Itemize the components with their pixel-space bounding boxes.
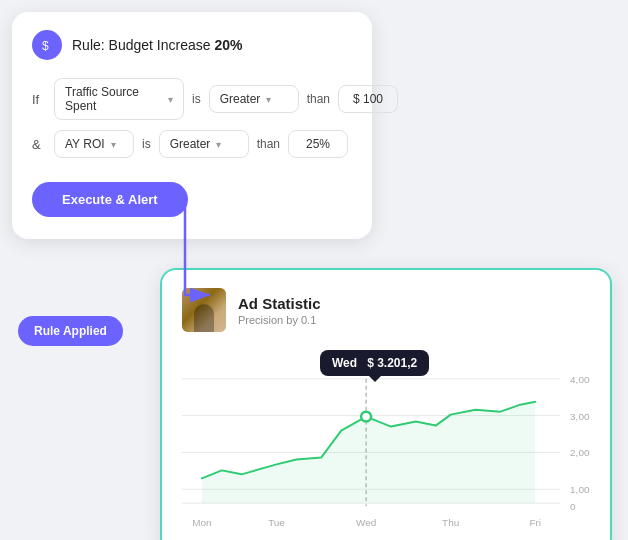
condition1-than: than <box>307 92 330 106</box>
connector-line <box>155 205 215 335</box>
condition1-prefix: If <box>32 92 46 107</box>
ad-statistic-card: Ad Statistic Precision by 0.1 Wed $ 3.20… <box>160 268 612 540</box>
condition-row-1: If Traffic Source Spent ▾ is Greater ▾ t… <box>32 78 352 120</box>
ad-title: Ad Statistic <box>238 295 321 312</box>
condition2-than: than <box>257 137 280 151</box>
comparator2-dropdown[interactable]: Greater ▾ <box>159 130 249 158</box>
svg-text:1,000: 1,000 <box>570 484 590 495</box>
tooltip-value: $ 3.201,2 <box>367 356 417 370</box>
rule-title: Rule: Budget Increase 20% <box>72 37 242 53</box>
svg-text:Mon: Mon <box>192 517 211 528</box>
svg-text:$: $ <box>42 39 49 53</box>
ad-header: Ad Statistic Precision by 0.1 <box>182 288 590 332</box>
rule-value-text: 20% <box>214 37 242 53</box>
chevron-down-icon: ▾ <box>111 139 116 150</box>
svg-text:0: 0 <box>570 501 576 512</box>
tooltip-day: Wed <box>332 356 357 370</box>
comparator2-label: Greater <box>170 137 211 151</box>
rule-icon: $ <box>32 30 62 60</box>
svg-text:2,000: 2,000 <box>570 447 590 458</box>
chevron-down-icon: ▾ <box>168 94 173 105</box>
condition-row-2: & AY ROI ▾ is Greater ▾ than 25% <box>32 130 352 158</box>
ad-subtitle: Precision by 0.1 <box>238 314 321 326</box>
svg-text:Wed: Wed <box>356 517 376 528</box>
svg-text:3,000: 3,000 <box>570 411 590 422</box>
condition1-value[interactable]: $ 100 <box>338 85 398 113</box>
chart-container: Wed $ 3.201,2 4,000 3,000 2,000 1,000 0 … <box>182 346 590 536</box>
svg-text:Tue: Tue <box>268 517 285 528</box>
condition1-is: is <box>192 92 201 106</box>
condition2-value[interactable]: 25% <box>288 130 348 158</box>
condition2-is: is <box>142 137 151 151</box>
traffic-source-dropdown[interactable]: Traffic Source Spent ▾ <box>54 78 184 120</box>
ay-roi-label: AY ROI <box>65 137 105 151</box>
dollar-icon: $ <box>39 37 55 53</box>
comparator1-label: Greater <box>220 92 261 106</box>
ad-info: Ad Statistic Precision by 0.1 <box>238 295 321 326</box>
rule-title-text: Rule: Budget Increase <box>72 37 214 53</box>
svg-text:Thu: Thu <box>442 517 459 528</box>
chevron-down-icon: ▾ <box>216 139 221 150</box>
condition2-prefix: & <box>32 137 46 152</box>
tooltip-dot <box>361 412 371 422</box>
svg-text:Fri: Fri <box>529 517 541 528</box>
traffic-source-label: Traffic Source Spent <box>65 85 162 113</box>
chart-tooltip: Wed $ 3.201,2 <box>320 350 429 376</box>
rule-applied-badge: Rule Applied <box>18 316 123 346</box>
svg-text:4,000: 4,000 <box>570 374 590 385</box>
chevron-down-icon: ▾ <box>266 94 271 105</box>
rule-header: $ Rule: Budget Increase 20% <box>32 30 352 60</box>
comparator1-dropdown[interactable]: Greater ▾ <box>209 85 299 113</box>
ay-roi-dropdown[interactable]: AY ROI ▾ <box>54 130 134 158</box>
